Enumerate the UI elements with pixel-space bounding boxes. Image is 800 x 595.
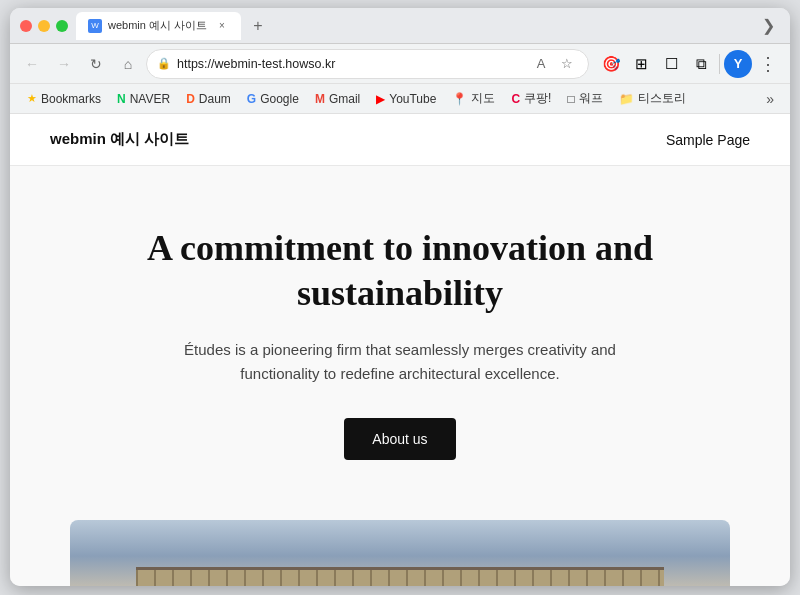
address-bar[interactable]: 🔒 https://webmin-test.howso.kr A ☆	[146, 49, 589, 79]
bookmark-warp[interactable]: □ 워프	[560, 87, 609, 110]
profile-button[interactable]: Y	[724, 50, 752, 78]
tab-bar: W webmin 예시 사이트 × +	[76, 12, 748, 40]
bookmarks-more-button[interactable]: »	[760, 88, 780, 110]
bookmarks-star-icon: ★	[27, 92, 37, 105]
maximize-window-button[interactable]	[56, 20, 68, 32]
bookmark-youtube[interactable]: ▶ YouTube	[369, 89, 443, 109]
bookmark-google[interactable]: G Google	[240, 89, 306, 109]
translate-button[interactable]: A	[530, 53, 552, 75]
ext-divider	[719, 54, 720, 74]
tistory-label: 티스토리	[638, 90, 686, 107]
about-us-button[interactable]: About us	[344, 418, 455, 460]
bookmark-button[interactable]: ☆	[556, 53, 578, 75]
address-text: https://webmin-test.howso.kr	[177, 57, 524, 71]
tab-title: webmin 예시 사이트	[108, 18, 207, 33]
tistory-icon: 📁	[619, 92, 634, 106]
building-image	[70, 520, 730, 586]
bookmarks-label: Bookmarks	[41, 92, 101, 106]
address-bar-actions: A ☆	[530, 53, 578, 75]
google-icon: G	[247, 92, 256, 106]
ext-icon-3[interactable]: ☐	[657, 50, 685, 78]
daum-label: Daum	[199, 92, 231, 106]
naver-icon: N	[117, 92, 126, 106]
browser-extend-button[interactable]: ❯	[756, 14, 780, 38]
building-silhouette	[70, 560, 730, 586]
naver-label: NAVER	[130, 92, 170, 106]
map-label: 지도	[471, 90, 495, 107]
gmail-label: Gmail	[329, 92, 360, 106]
website-content: webmin 예시 사이트 Sample Page A commitment t…	[10, 114, 790, 586]
active-tab[interactable]: W webmin 예시 사이트 ×	[76, 12, 241, 40]
bookmark-daum[interactable]: D Daum	[179, 89, 238, 109]
traffic-lights	[20, 20, 68, 32]
bookmark-naver[interactable]: N NAVER	[110, 89, 177, 109]
home-button[interactable]: ⌂	[114, 50, 142, 78]
site-header: webmin 예시 사이트 Sample Page	[10, 114, 790, 166]
site-logo: webmin 예시 사이트	[50, 130, 189, 149]
more-menu-button[interactable]: ⋮	[754, 50, 782, 78]
sample-page-link[interactable]: Sample Page	[666, 132, 750, 148]
bookmark-map[interactable]: 📍 지도	[445, 87, 502, 110]
tab-favicon: W	[88, 19, 102, 33]
close-window-button[interactable]	[20, 20, 32, 32]
daum-icon: D	[186, 92, 195, 106]
map-icon: 📍	[452, 92, 467, 106]
warp-label: 워프	[579, 90, 603, 107]
hero-subtitle: Études is a pioneering firm that seamles…	[150, 338, 650, 386]
ext-icon-2[interactable]: ⊞	[627, 50, 655, 78]
new-tab-button[interactable]: +	[245, 13, 271, 39]
bookmark-gmail[interactable]: M Gmail	[308, 89, 367, 109]
ext-icon-1[interactable]: 🎯	[597, 50, 625, 78]
minimize-window-button[interactable]	[38, 20, 50, 32]
bookmark-tistory[interactable]: 📁 티스토리	[612, 87, 693, 110]
ext-icon-4[interactable]: ⧉	[687, 50, 715, 78]
forward-button[interactable]: →	[50, 50, 78, 78]
image-section	[10, 500, 790, 586]
title-bar: W webmin 예시 사이트 × + ❯	[10, 8, 790, 44]
nav-bar: ← → ↻ ⌂ 🔒 https://webmin-test.howso.kr A…	[10, 44, 790, 84]
warp-icon: □	[567, 92, 574, 106]
hero-title: A commitment to innovation and sustainab…	[90, 226, 710, 316]
lock-icon: 🔒	[157, 57, 171, 70]
hero-section: A commitment to innovation and sustainab…	[50, 166, 750, 500]
refresh-button[interactable]: ↻	[82, 50, 110, 78]
tab-close-button[interactable]: ×	[215, 19, 229, 33]
site-nav: Sample Page	[666, 131, 750, 149]
bookmarks-button[interactable]: ★ Bookmarks	[20, 89, 108, 109]
gmail-icon: M	[315, 92, 325, 106]
extension-area: 🎯 ⊞ ☐ ⧉ Y ⋮	[597, 50, 782, 78]
bookmarks-bar: ★ Bookmarks N NAVER D Daum G Google M Gm…	[10, 84, 790, 114]
back-button[interactable]: ←	[18, 50, 46, 78]
youtube-icon: ▶	[376, 92, 385, 106]
browser-window: W webmin 예시 사이트 × + ❯ ← → ↻ ⌂ 🔒 https://…	[10, 8, 790, 586]
google-label: Google	[260, 92, 299, 106]
coupang-label: 쿠팡!	[524, 90, 551, 107]
bookmark-coupang[interactable]: C 쿠팡!	[504, 87, 558, 110]
youtube-label: YouTube	[389, 92, 436, 106]
coupang-icon: C	[511, 92, 520, 106]
